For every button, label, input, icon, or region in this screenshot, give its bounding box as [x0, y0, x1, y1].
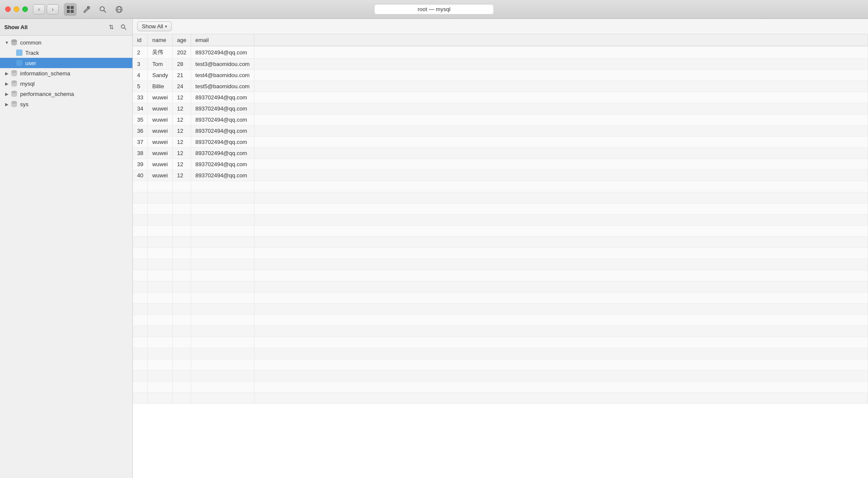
table-row-empty: [133, 337, 868, 348]
table-row[interactable]: 4Sandy21test4@baomidou.com: [133, 70, 868, 81]
cell-age: 12: [173, 148, 191, 159]
toggle-information-schema: ▶: [3, 70, 10, 77]
table-row-empty: [133, 237, 868, 248]
table-row[interactable]: 2吴伟202893702494@qq.com: [133, 46, 868, 59]
cell-empty: [191, 215, 254, 226]
table-header: id name age email: [133, 34, 868, 46]
traffic-lights: [5, 6, 28, 12]
cell-name: Tom: [148, 59, 173, 70]
cell-empty: [148, 293, 173, 304]
col-header-extra: [254, 34, 868, 46]
table-icon-track: [15, 49, 23, 57]
grid-view-icon[interactable]: [64, 3, 77, 16]
cell-empty: [173, 326, 191, 337]
table-row-empty: [133, 226, 868, 237]
table-row-empty: [133, 393, 868, 404]
cell-extra: [254, 70, 868, 81]
minimize-button[interactable]: [14, 6, 19, 12]
content-toolbar: Show All ▾: [133, 19, 868, 34]
sidebar-item-common[interactable]: ▼ common: [0, 37, 132, 48]
cell-id: 5: [133, 81, 148, 92]
cell-extra: [254, 92, 868, 103]
cell-email: 893702494@qq.com: [191, 46, 254, 59]
search-icon[interactable]: [96, 3, 109, 16]
table-row-empty: [133, 293, 868, 304]
table-row[interactable]: 36wuwei12893702494@qq.com: [133, 125, 868, 137]
cell-email: 893702494@qq.com: [191, 159, 254, 170]
table-row-empty: [133, 348, 868, 359]
cell-empty: [173, 215, 191, 226]
title-input[interactable]: root — mysql: [374, 4, 494, 15]
cell-empty: [133, 215, 148, 226]
cell-id: 3: [133, 59, 148, 70]
cell-empty: [148, 259, 173, 270]
cell-id: 39: [133, 159, 148, 170]
col-header-age: age: [173, 34, 191, 46]
cell-empty: [254, 226, 868, 237]
cell-empty: [191, 281, 254, 293]
show-all-chevron: ▾: [165, 24, 167, 29]
content-scroll[interactable]: id name age email 2吴伟202893702494@qq.com…: [133, 34, 868, 478]
cell-email: 893702494@qq.com: [191, 170, 254, 181]
table-row[interactable]: 3Tom28test3@baomidou.com: [133, 59, 868, 70]
cell-empty: [254, 326, 868, 337]
maximize-button[interactable]: [22, 6, 28, 12]
cell-name: wuwei: [148, 103, 173, 114]
table-row[interactable]: 5Billie24test5@baomidou.com: [133, 81, 868, 92]
cell-empty: [133, 192, 148, 203]
table-row-empty: [133, 359, 868, 370]
col-header-name: name: [148, 34, 173, 46]
cell-empty: [133, 281, 148, 293]
table-row-empty: [133, 281, 868, 293]
table-row[interactable]: 34wuwei12893702494@qq.com: [133, 103, 868, 114]
cell-empty: [148, 226, 173, 237]
cell-extra: [254, 159, 868, 170]
content-panel: Show All ▾ id name age email 2吴伟20289370…: [133, 19, 868, 478]
cell-empty: [148, 359, 173, 370]
cell-empty: [148, 382, 173, 393]
wrench-icon[interactable]: [80, 3, 93, 16]
table-row[interactable]: 40wuwei12893702494@qq.com: [133, 170, 868, 181]
table-row[interactable]: 37wuwei12893702494@qq.com: [133, 137, 868, 148]
sidebar-item-mysql[interactable]: ▶ mysql: [0, 78, 132, 89]
sidebar-item-information-schema[interactable]: ▶ information_schema: [0, 68, 132, 78]
close-button[interactable]: [5, 6, 11, 12]
cell-empty: [191, 359, 254, 370]
sidebar-item-user[interactable]: ▶ user: [0, 58, 132, 68]
sidebar-item-performance-schema[interactable]: ▶ performance_schema: [0, 89, 132, 99]
sidebar-search-icon[interactable]: [119, 22, 128, 32]
cell-age: 21: [173, 70, 191, 81]
table-row[interactable]: 39wuwei12893702494@qq.com: [133, 159, 868, 170]
cell-empty: [148, 215, 173, 226]
sidebar-header-icons: ⇅: [107, 22, 128, 32]
sidebar-item-track[interactable]: ▶ Track: [0, 48, 132, 58]
filter-icon[interactable]: [113, 3, 126, 16]
table-row[interactable]: 33wuwei12893702494@qq.com: [133, 92, 868, 103]
sidebar-item-label-mysql: mysql: [20, 81, 35, 87]
svg-point-27: [12, 71, 17, 73]
back-button[interactable]: ‹: [33, 4, 45, 15]
cell-empty: [191, 337, 254, 348]
cell-empty: [173, 348, 191, 359]
table-row[interactable]: 35wuwei12893702494@qq.com: [133, 114, 868, 125]
cell-empty: [191, 248, 254, 259]
cell-empty: [133, 237, 148, 248]
table-row-empty: [133, 181, 868, 192]
table-row-empty: [133, 315, 868, 326]
cell-empty: [254, 192, 868, 203]
cell-empty: [191, 304, 254, 315]
cell-empty: [191, 226, 254, 237]
show-all-button[interactable]: Show All ▾: [137, 21, 172, 31]
sort-icon[interactable]: ⇅: [107, 22, 116, 32]
cell-empty: [254, 382, 868, 393]
table-row-empty: [133, 248, 868, 259]
db-icon-performance-schema: [10, 90, 18, 98]
cell-empty: [191, 370, 254, 382]
cell-empty: [148, 348, 173, 359]
table-body: 2吴伟202893702494@qq.com3Tom28test3@baomid…: [133, 46, 868, 404]
cell-empty: [148, 326, 173, 337]
table-row[interactable]: 38wuwei12893702494@qq.com: [133, 148, 868, 159]
sidebar-item-sys[interactable]: ▶ sys: [0, 99, 132, 109]
cell-empty: [173, 370, 191, 382]
forward-button[interactable]: ›: [47, 4, 59, 15]
